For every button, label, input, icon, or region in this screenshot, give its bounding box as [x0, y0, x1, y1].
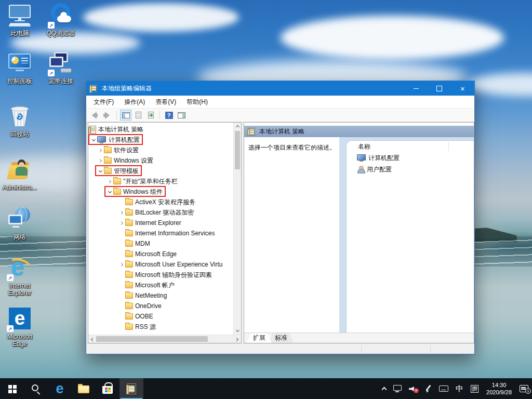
desktop-icon-broadband[interactable]: ↗宽带连接: [41, 51, 81, 85]
tree-item[interactable]: Microsoft 辅助身份验证因素: [88, 270, 233, 280]
chevron-right-icon[interactable]: [97, 147, 104, 154]
scroll-up-arrow[interactable]: [234, 123, 242, 130]
list-item[interactable]: 用户配置: [347, 164, 474, 175]
time-label: 14:30: [486, 381, 512, 389]
properties-button[interactable]: [132, 110, 144, 121]
cloud: [83, 3, 239, 32]
tree-item[interactable]: "开始"菜单和任务栏: [88, 176, 233, 187]
chevron-right-icon[interactable]: [118, 209, 125, 216]
tree-item[interactable]: NetMeeting: [88, 290, 233, 301]
tree-item[interactable]: Windows 设置: [88, 155, 233, 166]
tree-item[interactable]: 本地计算机 策略: [88, 124, 233, 135]
tree-item[interactable]: ActiveX 安装程序服务: [88, 197, 233, 207]
date-label: 2020/9/28: [486, 389, 512, 396]
desktop-icon-microsoft-edge[interactable]: e↗Microsoft Edge: [0, 307, 39, 348]
maximize-button[interactable]: [428, 81, 451, 96]
details-header: 本地计算机 策略: [244, 126, 474, 137]
tree-item[interactable]: RSS 源: [88, 322, 233, 332]
tree-item[interactable]: Microsoft 帐户: [88, 280, 233, 290]
tray-expand-button[interactable]: [379, 378, 390, 399]
tree-item[interactable]: Internet Information Services: [88, 228, 233, 238]
scroll-right-arrow[interactable]: [233, 335, 241, 343]
desktop-icon-internet-explorer[interactable]: e↗Internet Explorer: [0, 256, 39, 297]
close-button[interactable]: ×: [451, 81, 474, 96]
pen-tray-button[interactable]: [421, 378, 435, 399]
console-tree-button[interactable]: [120, 110, 131, 121]
tree-vertical-scrollbar[interactable]: [233, 123, 241, 335]
export-list-button[interactable]: ➜: [145, 110, 156, 121]
desktop-icon-admin-folder[interactable]: Administra...: [0, 157, 39, 191]
scrollbar-thumb[interactable]: [235, 131, 240, 169]
expander-placeholder: [118, 323, 125, 330]
menu-item-2[interactable]: 查看(V): [150, 97, 181, 108]
volume-muted-icon: ×: [409, 385, 417, 392]
desktop-icon-recycle-bin[interactable]: 回收站: [0, 104, 39, 138]
network-tray-button[interactable]: [390, 378, 405, 399]
ime-language-button[interactable]: 中: [452, 378, 467, 399]
chevron-down-icon[interactable]: [106, 188, 113, 195]
column-divider[interactable]: [448, 142, 449, 151]
tree-item[interactable]: Internet Explorer: [88, 218, 233, 228]
tree-item[interactable]: OOBE: [88, 311, 233, 322]
desktop-icon-control-panel[interactable]: 控制面板: [0, 51, 39, 85]
clock[interactable]: 14:30 2020/9/28: [482, 378, 516, 399]
file-explorer-button[interactable]: [72, 378, 96, 399]
chevron-right-icon[interactable]: [106, 178, 113, 185]
microsoft-store-button[interactable]: [96, 378, 119, 399]
desktop-icon-network[interactable]: 网络: [0, 207, 39, 241]
menu-item-3[interactable]: 帮助(H): [181, 97, 213, 108]
touch-keyboard-button[interactable]: [435, 378, 452, 399]
toolbar-separator: [159, 111, 160, 119]
tab-标准[interactable]: 标准: [269, 333, 294, 343]
back-arrow-icon[interactable]: [89, 111, 100, 119]
chevron-right-icon[interactable]: [97, 157, 104, 164]
scroll-left-arrow[interactable]: [88, 335, 96, 343]
start-button[interactable]: [0, 378, 24, 399]
desktop-icon-label: Internet Explorer: [0, 282, 39, 297]
column-header-row[interactable]: 名称: [347, 141, 474, 152]
action-center-button[interactable]: 1: [516, 378, 532, 399]
chevron-down-icon[interactable]: [90, 136, 97, 143]
tree-item[interactable]: 计算机配置: [88, 135, 233, 145]
help-button[interactable]: ?: [163, 110, 175, 121]
list-item[interactable]: 计算机配置: [347, 152, 474, 164]
tree-item[interactable]: Windows 组件: [88, 187, 233, 197]
details-header-label: 本地计算机 策略: [259, 127, 304, 136]
volume-tray-button[interactable]: ×: [405, 378, 421, 399]
desktop-icon-qq-browser[interactable]: ↗QQ浏览器: [41, 3, 81, 37]
menu-item-1[interactable]: 操作(A): [119, 97, 150, 108]
ime-mode-button[interactable]: 拼: [467, 378, 482, 399]
expander-placeholder: [118, 282, 125, 289]
chevron-right-icon[interactable]: [118, 261, 125, 268]
title-bar[interactable]: 本地组策略编辑器 ×: [86, 81, 474, 96]
tab-扩展[interactable]: 扩展: [247, 333, 272, 343]
minimize-button[interactable]: [404, 81, 428, 96]
folder-icon: [113, 189, 121, 195]
export-list-icon: ➜: [148, 112, 154, 118]
chevron-down-icon[interactable]: [97, 167, 104, 175]
tree-item[interactable]: MDM: [88, 238, 233, 249]
admin-folder-icon: [7, 157, 32, 182]
tree-item[interactable]: Microsoft Edge: [88, 249, 233, 259]
tree-item[interactable]: Microsoft User Experience Virtu: [88, 259, 233, 270]
tree-item[interactable]: OneDrive: [88, 301, 233, 311]
tree-horizontal-scrollbar[interactable]: [88, 335, 241, 343]
search-button[interactable]: [24, 378, 48, 399]
tree-item[interactable]: BitLocker 驱动器加密: [88, 207, 233, 218]
tree-item-label: NetMeeting: [135, 292, 167, 299]
scroll-down-arrow[interactable]: [234, 327, 242, 335]
desktop-icon-this-pc[interactable]: 此电脑: [0, 3, 39, 37]
chevron-right-icon[interactable]: [118, 219, 125, 227]
menu-item-0[interactable]: 文件(F): [88, 97, 119, 108]
action-pane-button[interactable]: [176, 110, 187, 121]
tree-item-label: OOBE: [135, 313, 153, 320]
ime-pinyin-label: 拼: [471, 385, 478, 393]
gpedit-taskbar-button[interactable]: [119, 378, 143, 399]
menu-bar: 文件(F)操作(A)查看(V)帮助(H): [86, 96, 474, 109]
tree-item[interactable]: 管理模板: [88, 166, 233, 176]
forward-arrow-icon[interactable]: [102, 111, 112, 119]
tree-item[interactable]: 软件设置: [88, 145, 233, 155]
scrollbar-thumb[interactable]: [96, 336, 208, 342]
taskbar-edge-button[interactable]: e: [48, 378, 72, 399]
console-tree-icon: [122, 112, 130, 118]
